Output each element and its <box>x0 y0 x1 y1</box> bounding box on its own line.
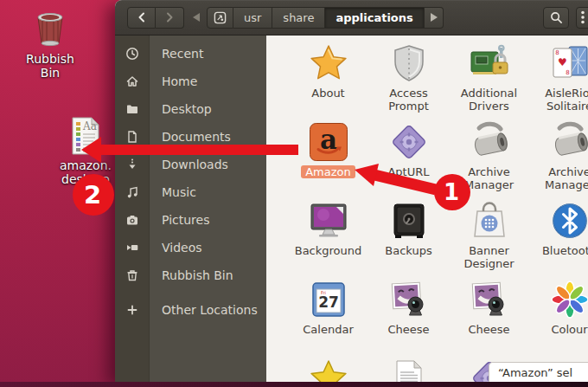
bluetooth-icon <box>549 200 588 242</box>
search-icon <box>550 11 563 24</box>
app-label: Calendar <box>303 323 353 336</box>
star-icon <box>308 42 349 84</box>
sidebar-item-documents[interactable]: Documents <box>115 123 266 151</box>
desktop-item-label: Rubbish Bin <box>16 52 85 80</box>
svg-text:8: 8 <box>555 49 559 56</box>
backups-icon <box>388 200 430 242</box>
app-label: Banner Designer <box>456 244 523 270</box>
sidebar-item-label: Recent <box>150 47 203 61</box>
trash-icon <box>115 268 150 282</box>
cards-icon: 88♥ <box>549 42 588 84</box>
app-item[interactable] <box>288 358 368 382</box>
app-calendar[interactable]: Fri27 Calendar <box>288 279 368 358</box>
breadcrumb-applications[interactable]: applications <box>325 7 424 29</box>
sidebar-item-label: Documents <box>150 130 231 144</box>
forward-button[interactable] <box>156 7 184 29</box>
app-archive-manager[interactable]: Archive Manager <box>529 121 588 200</box>
forward-icon <box>164 12 175 23</box>
app-label: Additional Drivers <box>456 87 523 113</box>
sidebar-item-desktop[interactable]: Desktop <box>115 95 266 123</box>
app-bluetooth[interactable]: Bluetooth <box>529 200 588 279</box>
textdoc-icon <box>388 358 430 382</box>
svg-text:♥: ♥ <box>558 56 567 68</box>
banner-icon <box>469 200 510 242</box>
sidebar-item-recent[interactable]: Recent <box>115 40 266 68</box>
sidebar-item-label: Downloads <box>150 158 228 171</box>
camera-icon <box>115 213 150 227</box>
music-icon <box>115 185 150 199</box>
sidebar-item-label: Other Locations <box>150 303 258 317</box>
filesystem-root-button[interactable] <box>207 7 233 29</box>
drivers-icon <box>469 42 510 84</box>
desktop-item-rubbish-bin[interactable]: Rubbish Bin <box>16 9 85 80</box>
app-cheese[interactable]: Cheese <box>449 279 529 358</box>
path-scroll-left-button[interactable] <box>189 7 203 29</box>
amazon-icon: a <box>308 121 349 163</box>
sidebar-list: Recent Home Desktop Documents Downloads … <box>115 35 266 324</box>
svg-text:Aa: Aa <box>82 120 97 132</box>
app-label: Archive Manager <box>456 165 523 191</box>
breadcrumb-share[interactable]: share <box>272 7 325 29</box>
cheese-icon <box>469 279 510 320</box>
app-label: AptURL <box>387 165 429 178</box>
app-amazon[interactable]: a Amazon <box>288 121 368 200</box>
document-icon <box>115 130 150 144</box>
sidebar-item-other-locations[interactable]: Other Locations <box>115 296 266 324</box>
screen-bottom-edge <box>0 382 588 387</box>
app-apturl[interactable]: AptURL <box>368 121 449 200</box>
sidebar-item-pictures[interactable]: Pictures <box>115 206 266 234</box>
app-banner-designer[interactable]: Banner Designer <box>449 200 529 279</box>
search-button[interactable] <box>543 7 569 29</box>
app-label: Background <box>295 244 362 257</box>
video-icon <box>115 241 150 255</box>
sidebar-item-rubbish-bin[interactable]: Rubbish Bin <box>115 261 266 289</box>
back-button[interactable] <box>127 7 156 29</box>
screen: { "desktop": { "items": [ { "label": "Ru… <box>0 0 588 387</box>
apturl-icon <box>388 121 430 163</box>
sidebar-item-downloads[interactable]: Downloads <box>115 151 266 178</box>
app-about[interactable]: About <box>288 42 368 121</box>
breadcrumb-usr[interactable]: usr <box>233 7 272 29</box>
sidebar-item-label: Pictures <box>150 213 209 227</box>
triangle-right-icon <box>430 13 438 22</box>
color-icon <box>549 279 588 320</box>
app-label: Amazon <box>301 165 355 178</box>
app-aisleriot-solitaire[interactable]: 88♥ AisleRiot Solitaire <box>529 42 588 121</box>
app-item[interactable] <box>368 358 449 382</box>
app-archive-manager[interactable]: Archive Manager <box>449 121 529 200</box>
sidebar-item-label: Music <box>150 185 196 199</box>
app-access-prompt[interactable]: Access Prompt <box>368 42 449 121</box>
toolbar: usrshareapplications <box>115 0 588 35</box>
app-label: AisleRiot Solitaire <box>536 87 588 113</box>
sidebar: Recent Home Desktop Documents Downloads … <box>115 35 266 382</box>
desktop-item-amazon-desktop[interactable]: Aa amazon. desktop <box>52 115 119 186</box>
app-additional-drivers[interactable]: Additional Drivers <box>449 42 529 121</box>
sidebar-item-music[interactable]: Music <box>115 178 266 206</box>
sidebar-item-videos[interactable]: Videos <box>115 234 266 261</box>
desktop-item-label: amazon. desktop <box>52 158 119 186</box>
sidebar-item-label: Rubbish Bin <box>150 268 233 282</box>
path-scroll-right-button[interactable] <box>425 7 444 29</box>
app-label: About <box>311 87 344 100</box>
desktop-file-icon: Aa <box>52 115 119 157</box>
folder-icon <box>115 102 150 116</box>
background-icon <box>308 200 349 242</box>
menu-button[interactable] <box>576 7 588 29</box>
sidebar-item-label: Home <box>150 74 197 88</box>
app-backups[interactable]: Backups <box>368 200 449 279</box>
app-label: Colour <box>551 323 587 336</box>
app-grid: About Access Prompt Additional Drivers 8… <box>266 35 588 382</box>
app-background[interactable]: Background <box>288 200 368 279</box>
content-pane: About Access Prompt Additional Drivers 8… <box>266 35 588 382</box>
app-cheese[interactable]: Cheese <box>368 279 449 358</box>
app-label: Backups <box>385 244 431 257</box>
download-icon <box>115 158 150 171</box>
breadcrumb: usrshareapplications <box>207 7 444 29</box>
archive-icon <box>469 121 510 163</box>
file-manager-window: usrshareapplications Recent Home Desktop <box>115 0 588 382</box>
app-colour[interactable]: Colour <box>529 279 588 358</box>
status-text: “Amazon” sel <box>498 366 572 379</box>
sidebar-item-home[interactable]: Home <box>115 68 266 95</box>
home-icon <box>115 74 150 88</box>
calendar-icon: Fri27 <box>308 279 349 320</box>
